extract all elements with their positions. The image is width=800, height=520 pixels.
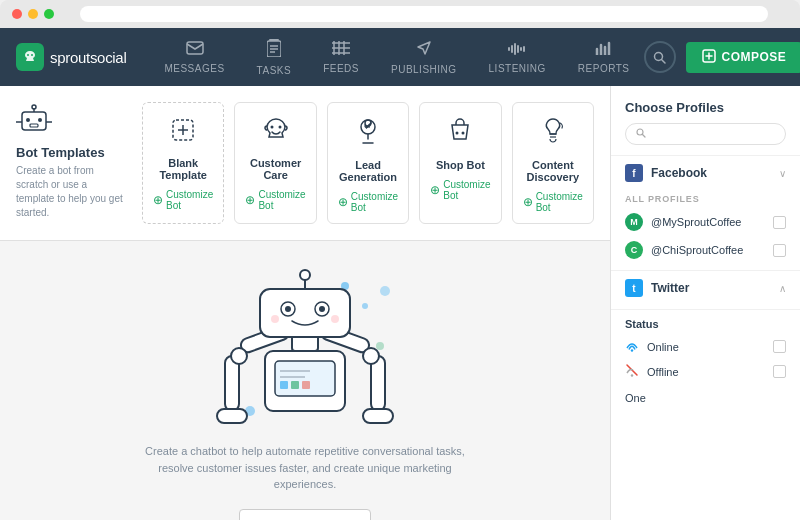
customer-care-name: Customer Care xyxy=(245,157,305,181)
feeds-icon xyxy=(332,41,350,59)
facebook-header[interactable]: f Facebook xyxy=(611,156,800,190)
svg-point-49 xyxy=(362,303,368,309)
svg-point-57 xyxy=(231,348,247,364)
chatbot-description: Create a chatbot to help automate repeti… xyxy=(145,443,465,493)
content-discovery-icon xyxy=(540,117,566,151)
customer-care-customize[interactable]: ⊕ Customize Bot xyxy=(245,189,305,211)
blank-template-icon xyxy=(170,117,196,149)
profile-row-mysroutcoffee: M @MySproutCoffee xyxy=(611,208,800,236)
minimize-dot[interactable] xyxy=(28,9,38,19)
template-shop-bot[interactable]: Shop Bot ⊕ Customize Bot xyxy=(419,102,501,224)
reports-icon xyxy=(595,41,613,59)
blank-template-name: Blank Template xyxy=(153,157,213,181)
twitter-header[interactable]: t Twitter xyxy=(611,271,800,305)
templates-grid: Blank Template ⊕ Customize Bot xyxy=(142,102,594,224)
facebook-name: Facebook xyxy=(651,166,707,180)
one-label: One xyxy=(611,384,800,412)
status-section: Status Online xyxy=(611,309,800,384)
chisproutcoffee-handle: @ChiSproutCoffee xyxy=(651,244,765,256)
window-chrome xyxy=(0,0,800,28)
twitter-header-left: t Twitter xyxy=(625,279,689,297)
main-content: Bot Templates Create a bot from scratch … xyxy=(0,86,800,520)
template-content-discovery[interactable]: Content Discovery ⊕ Customize Bot xyxy=(512,102,594,224)
search-profiles[interactable] xyxy=(625,123,786,145)
nav-reports[interactable]: REPORTS xyxy=(564,33,644,82)
twitter-section: t Twitter xyxy=(611,270,800,305)
shop-bot-customize[interactable]: ⊕ Customize Bot xyxy=(430,179,490,201)
svg-point-84 xyxy=(631,374,633,376)
chisproutcoffee-avatar: C xyxy=(625,241,643,259)
blank-template-customize[interactable]: ⊕ Customize Bot xyxy=(153,189,213,211)
compose-icon xyxy=(702,49,716,66)
logo: sproutsocial xyxy=(16,43,126,71)
mysproutcoffee-checkbox[interactable] xyxy=(773,216,786,229)
profiles-search-input[interactable] xyxy=(652,128,775,140)
offline-text: Offline xyxy=(647,366,765,378)
svg-rect-67 xyxy=(280,381,288,389)
nav-messages[interactable]: MESSAGES xyxy=(150,33,238,82)
svg-rect-2 xyxy=(187,42,203,54)
search-button[interactable] xyxy=(644,41,676,73)
plus-icon2: ⊕ xyxy=(245,193,255,207)
bot-templates-section: Bot Templates Create a bot from scratch … xyxy=(0,86,610,241)
svg-rect-61 xyxy=(217,409,247,423)
nav-feeds[interactable]: FEEDS xyxy=(309,33,373,82)
tasks-icon xyxy=(267,39,281,61)
publishing-icon xyxy=(416,40,432,60)
chisproutcoffee-checkbox[interactable] xyxy=(773,244,786,257)
svg-point-0 xyxy=(27,54,29,56)
svg-point-44 xyxy=(456,132,459,135)
close-dot[interactable] xyxy=(12,9,22,19)
left-panel: Bot Templates Create a bot from scratch … xyxy=(0,86,610,520)
online-checkbox[interactable] xyxy=(773,340,786,353)
svg-point-82 xyxy=(631,349,633,351)
svg-point-78 xyxy=(271,315,279,323)
online-text: Online xyxy=(647,341,765,353)
facebook-chevron xyxy=(779,168,786,179)
nav-listening[interactable]: LISTENING xyxy=(475,33,560,82)
create-chatbot-button[interactable]: Create Chatbot xyxy=(239,509,370,521)
twitter-logo: t xyxy=(625,279,643,297)
plus-icon: ⊕ xyxy=(153,193,163,207)
expand-dot[interactable] xyxy=(44,9,54,19)
facebook-section: f Facebook ALL PROFILES M @MySproutCoffe… xyxy=(611,155,800,264)
offline-checkbox[interactable] xyxy=(773,365,786,378)
twitter-name: Twitter xyxy=(651,281,689,295)
nav-items: MESSAGES TASKS xyxy=(150,31,643,84)
mysproutcoffee-avatar: M xyxy=(625,213,643,231)
svg-rect-64 xyxy=(275,361,335,396)
svg-point-34 xyxy=(32,105,36,109)
messages-icon xyxy=(186,41,204,59)
plus-icon3: ⊕ xyxy=(338,195,348,209)
all-profiles-label: ALL PROFILES xyxy=(611,190,800,208)
svg-point-31 xyxy=(38,118,42,122)
svg-point-77 xyxy=(319,306,325,312)
content-discovery-customize[interactable]: ⊕ Customize Bot xyxy=(523,191,583,213)
shop-bot-name: Shop Bot xyxy=(436,159,485,171)
status-offline-row: Offline xyxy=(611,359,800,384)
offline-icon xyxy=(625,363,639,380)
nav-publishing[interactable]: PUBLISHING xyxy=(377,32,471,83)
svg-point-79 xyxy=(331,315,339,323)
lead-gen-customize[interactable]: ⊕ Customize Bot xyxy=(338,191,398,213)
plus-icon5: ⊕ xyxy=(523,195,533,209)
facebook-header-left: f Facebook xyxy=(625,164,707,182)
svg-point-41 xyxy=(278,126,281,129)
right-panel: Choose Profiles f Facebook ALL PROFILES xyxy=(610,86,800,520)
nav-right: COMPOSE xyxy=(644,41,800,73)
template-blank[interactable]: Blank Template ⊕ Customize Bot xyxy=(142,102,224,224)
svg-point-54 xyxy=(376,342,384,350)
chatbot-area: ✕ ✕ xyxy=(0,241,610,520)
compose-button[interactable]: COMPOSE xyxy=(686,42,800,73)
nav-tasks[interactable]: TASKS xyxy=(243,31,306,84)
profile-row-chisproutcoffee: C @ChiSproutCoffee xyxy=(611,236,800,264)
logo-icon xyxy=(16,43,44,71)
template-lead-gen[interactable]: Lead Generation ⊕ Customize Bot xyxy=(327,102,409,224)
lead-gen-name: Lead Generation xyxy=(338,159,398,183)
svg-point-73 xyxy=(300,270,310,280)
svg-rect-62 xyxy=(363,409,393,423)
status-label: Status xyxy=(611,310,800,334)
url-bar[interactable] xyxy=(80,6,768,22)
svg-line-81 xyxy=(643,135,646,138)
template-customer-care[interactable]: Customer Care ⊕ Customize Bot xyxy=(234,102,316,224)
